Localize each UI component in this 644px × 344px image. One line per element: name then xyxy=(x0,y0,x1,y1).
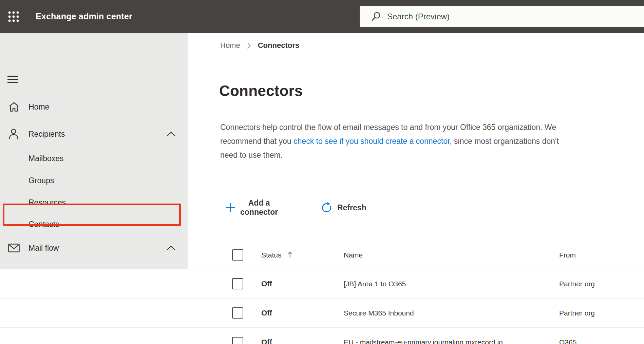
waffle-icon xyxy=(8,11,19,22)
breadcrumb-chevron-icon xyxy=(247,42,251,49)
row-status: Off xyxy=(261,328,272,344)
breadcrumb-current: Connectors xyxy=(258,41,299,50)
table-row[interactable]: Off EU - mailstream-eu-primary.journalin… xyxy=(0,328,644,344)
refresh-icon xyxy=(320,202,333,214)
sidebar-item-label: Resources xyxy=(29,192,66,213)
description-line-2: recommend that you xyxy=(220,137,293,146)
top-app-bar: Exchange admin center xyxy=(0,0,644,33)
sidebar-item-groups[interactable]: Groups xyxy=(0,170,188,191)
sidebar-item-label: Home xyxy=(29,96,49,118)
sidebar-item-label: Groups xyxy=(29,170,54,191)
sidebar-item-label: Mailboxes xyxy=(29,148,64,169)
row-from: Partner org xyxy=(559,269,595,298)
breadcrumb-home-link[interactable]: Home xyxy=(220,41,240,50)
sidebar-item-label: Recipients xyxy=(29,123,65,145)
row-status: Off xyxy=(261,269,272,298)
row-name: EU - mailstream-eu-primary.journaling.mx… xyxy=(344,328,503,344)
refresh-button[interactable]: Refresh xyxy=(320,199,366,216)
sidebar-item-home[interactable]: Home xyxy=(0,96,188,118)
row-checkbox[interactable] xyxy=(232,337,243,344)
search-box[interactable] xyxy=(360,6,644,27)
row-name: [JB] Area 1 to O365 xyxy=(344,269,406,298)
table-row[interactable]: Off Secure M365 Inbound Partner org xyxy=(0,299,644,328)
sidebar-item-mailboxes[interactable]: Mailboxes xyxy=(0,148,188,169)
row-name: Secure M365 Inbound xyxy=(344,299,414,327)
toolbar-divider xyxy=(220,192,644,192)
home-icon xyxy=(8,101,20,112)
table-header-row: Status ↑ Name From xyxy=(0,241,644,269)
column-header-from[interactable]: From xyxy=(559,241,576,269)
page-title: Connectors xyxy=(219,82,303,99)
sidebar-item-contacts[interactable]: Contacts xyxy=(0,213,188,235)
row-checkbox[interactable] xyxy=(232,278,243,289)
chevron-up-icon[interactable] xyxy=(166,131,176,137)
app-launcher-button[interactable] xyxy=(5,8,22,25)
page-description: Connectors help control the flow of emai… xyxy=(220,120,641,162)
hamburger-menu-button[interactable] xyxy=(7,73,22,85)
row-checkbox[interactable] xyxy=(232,307,243,319)
column-header-status[interactable]: Status ↑ xyxy=(261,241,293,269)
sidebar-item-resources[interactable]: Resources xyxy=(0,192,188,213)
add-connector-button[interactable]: Add a connector xyxy=(225,199,278,216)
person-icon xyxy=(8,128,19,140)
sort-ascending-icon: ↑ xyxy=(287,251,293,259)
description-line-1: Connectors help control the flow of emai… xyxy=(220,123,556,132)
search-icon xyxy=(371,12,381,22)
hamburger-icon xyxy=(7,76,18,77)
breadcrumb: Home Connectors xyxy=(220,40,299,51)
row-status: Off xyxy=(261,299,272,327)
column-header-name[interactable]: Name xyxy=(344,241,363,269)
sidebar-item-recipients[interactable]: Recipients xyxy=(0,123,188,145)
row-from: Partner org xyxy=(559,299,595,327)
app-title: Exchange admin center xyxy=(36,0,132,33)
plus-icon xyxy=(225,203,235,213)
exchange-admin-center-app: Exchange admin center Home xyxy=(0,0,644,344)
search-input[interactable] xyxy=(387,12,625,21)
create-connector-check-link[interactable]: check to see if you should create a conn… xyxy=(293,137,452,146)
table-row[interactable]: Off [JB] Area 1 to O365 Partner org xyxy=(0,269,644,299)
description-line-3: need to use them. xyxy=(220,151,283,159)
sidebar-item-label: Contacts xyxy=(29,213,59,235)
select-all-checkbox[interactable] xyxy=(232,249,243,261)
row-from: O365 xyxy=(559,328,576,344)
